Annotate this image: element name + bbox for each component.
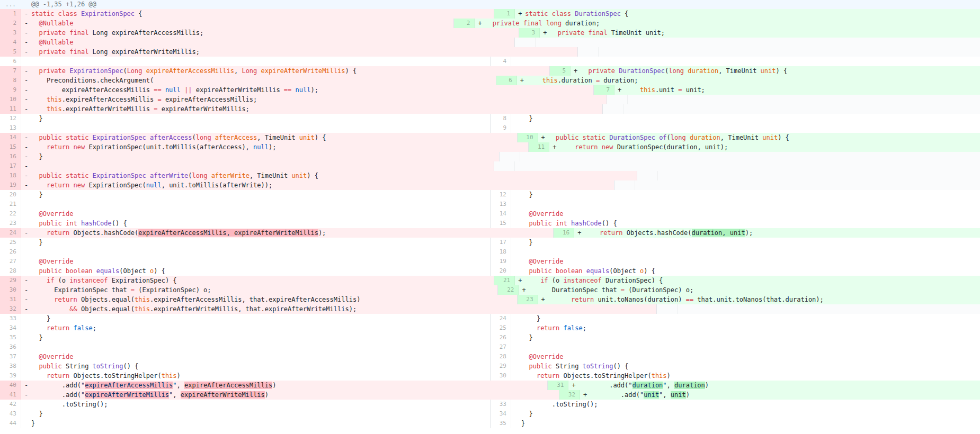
old-line-number[interactable]: 42 bbox=[0, 400, 21, 409]
code-line: } bbox=[21, 409, 490, 419]
code-segment bbox=[31, 182, 47, 189]
new-line-number[interactable]: 35 bbox=[490, 419, 511, 428]
new-line-number[interactable]: 12 bbox=[490, 190, 511, 200]
old-line-number[interactable]: 1 bbox=[0, 9, 21, 19]
hunk-header-row: ... @@ -1,35 +1,26 @@ bbox=[0, 0, 980, 9]
old-line-number[interactable]: 15 bbox=[0, 142, 21, 152]
new-line-number[interactable]: 17 bbox=[490, 238, 511, 247]
old-line-number[interactable]: 5 bbox=[0, 47, 21, 57]
old-line-number[interactable]: 7 bbox=[0, 66, 21, 76]
old-line-number[interactable]: 14 bbox=[0, 133, 21, 142]
new-line-number[interactable]: 8 bbox=[490, 114, 511, 123]
new-line-number[interactable]: 31 bbox=[547, 381, 568, 390]
new-line-number[interactable]: 6 bbox=[496, 76, 517, 85]
new-line-number[interactable]: 28 bbox=[490, 352, 511, 361]
old-line-number[interactable]: 26 bbox=[0, 247, 21, 257]
old-line-number[interactable]: 38 bbox=[0, 361, 21, 371]
new-line-number[interactable]: 34 bbox=[490, 409, 511, 419]
new-line-number[interactable]: 32 bbox=[559, 390, 580, 400]
new-line-number[interactable]: 3 bbox=[519, 28, 540, 38]
old-line-number[interactable]: 17 bbox=[0, 161, 21, 171]
old-line-number[interactable]: 8 bbox=[0, 76, 21, 85]
old-line-number[interactable]: 25 bbox=[0, 238, 21, 247]
code-segment bbox=[521, 267, 529, 275]
new-line-number[interactable]: 13 bbox=[490, 200, 511, 209]
new-line-number[interactable]: 10 bbox=[517, 133, 538, 142]
code-segment: && bbox=[69, 305, 77, 313]
old-line-number[interactable]: 10 bbox=[0, 95, 21, 104]
old-line-number[interactable]: 31 bbox=[0, 295, 21, 304]
new-line-number[interactable]: 9 bbox=[490, 123, 511, 133]
old-line-number[interactable]: 13 bbox=[0, 123, 21, 133]
new-line-number[interactable]: 27 bbox=[490, 342, 511, 352]
code-line: } bbox=[511, 114, 980, 123]
new-line-number[interactable]: 19 bbox=[490, 257, 511, 266]
new-line-number[interactable]: 14 bbox=[490, 209, 511, 219]
code-segment: } bbox=[31, 410, 43, 418]
code-segment: ) { bbox=[315, 134, 326, 141]
old-line-number[interactable]: 28 bbox=[0, 266, 21, 276]
old-line-number[interactable]: 39 bbox=[0, 371, 21, 381]
old-line-number[interactable]: 16 bbox=[0, 152, 21, 161]
old-line-number[interactable]: 12 bbox=[0, 114, 21, 123]
new-line-number[interactable]: 29 bbox=[490, 361, 511, 371]
old-line-number[interactable]: 36 bbox=[0, 342, 21, 352]
old-line-number[interactable]: 41 bbox=[0, 390, 21, 400]
old-line-number[interactable]: 23 bbox=[0, 219, 21, 228]
new-line-number[interactable]: 1 bbox=[494, 9, 515, 19]
new-line-number[interactable]: 24 bbox=[490, 314, 511, 323]
old-line-number[interactable]: 2 bbox=[0, 19, 21, 28]
old-line-number[interactable]: 9 bbox=[0, 85, 21, 95]
old-line-number[interactable]: 20 bbox=[0, 190, 21, 200]
new-line-number[interactable]: 25 bbox=[490, 323, 511, 333]
old-line-number[interactable]: 22 bbox=[0, 209, 21, 219]
code-segment: Long bbox=[242, 67, 257, 75]
old-line-number[interactable]: 43 bbox=[0, 409, 21, 419]
code-segment: long bbox=[669, 67, 684, 75]
new-line-number[interactable]: 2 bbox=[453, 19, 475, 28]
new-line-number[interactable]: 16 bbox=[553, 228, 574, 238]
old-line-number[interactable]: 19 bbox=[0, 180, 21, 190]
expand-hunk-button[interactable]: ... bbox=[0, 0, 21, 9]
code-segment: (o bbox=[54, 277, 69, 284]
old-line-number[interactable]: 37 bbox=[0, 352, 21, 361]
old-line-number[interactable]: 21 bbox=[0, 200, 21, 209]
new-line-number[interactable]: 4 bbox=[490, 57, 511, 66]
code-segment: afterAccess bbox=[215, 134, 257, 141]
old-line-number[interactable]: 32 bbox=[0, 304, 21, 314]
code-segment: this bbox=[47, 105, 62, 113]
code-segment: ExpirationSpec bbox=[69, 67, 123, 75]
old-line-number[interactable]: 34 bbox=[0, 323, 21, 333]
code-segment: public bbox=[529, 363, 556, 370]
new-line-number[interactable]: 15 bbox=[490, 219, 511, 228]
old-line-number[interactable]: 11 bbox=[0, 104, 21, 114]
old-line-number[interactable]: 3 bbox=[0, 28, 21, 38]
old-line-number[interactable]: 4 bbox=[0, 38, 21, 47]
old-line-number[interactable]: 35 bbox=[0, 333, 21, 342]
new-line-number[interactable]: 20 bbox=[490, 266, 511, 276]
old-line-number[interactable]: 6 bbox=[0, 57, 21, 66]
new-line-number[interactable]: 23 bbox=[517, 295, 538, 304]
old-line-number[interactable]: 44 bbox=[0, 419, 21, 428]
new-line-number[interactable]: 26 bbox=[490, 333, 511, 342]
diff-row: 34 return false;25 return false; bbox=[0, 323, 980, 333]
new-line-number[interactable]: 18 bbox=[490, 247, 511, 257]
new-line-number[interactable]: 33 bbox=[490, 400, 511, 409]
new-line-number[interactable]: 11 bbox=[528, 142, 549, 152]
old-line-number[interactable]: 24 bbox=[0, 228, 21, 238]
code-line: .toString(); bbox=[21, 400, 490, 409]
new-line-number[interactable]: 7 bbox=[593, 85, 614, 95]
old-line-number[interactable]: 18 bbox=[0, 171, 21, 180]
old-line-number[interactable]: 29 bbox=[0, 276, 21, 285]
new-line-number[interactable]: 22 bbox=[497, 285, 519, 295]
old-line-number[interactable]: 33 bbox=[0, 314, 21, 323]
old-line-number[interactable]: 30 bbox=[0, 285, 21, 295]
code-segment: ExpirationSpec(unit.toMillis(afterAccess… bbox=[85, 143, 253, 151]
old-line-number[interactable]: 27 bbox=[0, 257, 21, 266]
old-line-number[interactable]: 40 bbox=[0, 381, 21, 390]
code-line: - @Nullable bbox=[21, 38, 514, 47]
code-segment: @Nullable bbox=[39, 20, 73, 27]
new-line-number[interactable]: 30 bbox=[490, 371, 511, 381]
new-line-number[interactable]: 21 bbox=[494, 276, 515, 285]
new-line-number[interactable]: 5 bbox=[549, 66, 571, 76]
